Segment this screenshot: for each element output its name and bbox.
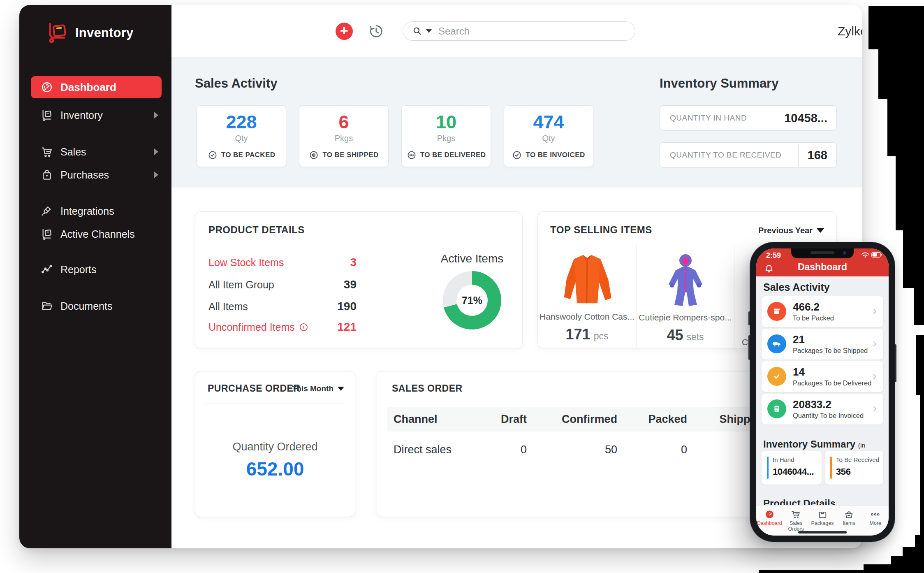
low-stock-items-row[interactable]: Low Stock Items 3 <box>208 254 357 271</box>
artifact-stair <box>868 6 924 49</box>
info-icon[interactable]: ! <box>299 322 308 332</box>
chevron-right-icon: › <box>873 336 877 350</box>
artifact-stair <box>920 395 924 535</box>
panel-title: PURCHASE ORDER <box>208 383 301 394</box>
org-switcher[interactable]: Zylker <box>838 5 862 57</box>
card-label: Quantity To be Invoiced <box>793 412 864 420</box>
phone-to-be-received-card: To Be Received 356 <box>825 451 883 485</box>
sidebar-item-integrations[interactable]: Integrations <box>31 201 162 221</box>
tab-label: More <box>862 520 889 526</box>
mini-value: 356 <box>836 466 851 477</box>
phone-to-be-delivered-card: 14 Packages To be Delivered › <box>762 361 883 392</box>
card-unit: Qty <box>197 134 286 143</box>
phone-tab-more: More <box>862 506 889 536</box>
row-value: 10458... <box>775 107 836 129</box>
sidebar-item-inventory[interactable]: Inventory <box>31 105 162 125</box>
phone-notch <box>791 248 854 258</box>
recent-history-button[interactable] <box>368 23 384 39</box>
sidebar-item-label: Documents <box>60 300 112 312</box>
phone-status-time: 2:59 <box>766 251 781 260</box>
row-value: 168 <box>798 144 836 166</box>
card-unit: Pkgs <box>299 134 388 143</box>
sidebar-item-label: Active Channels <box>60 228 135 240</box>
card-value: 6 <box>299 111 388 133</box>
period-dropdown[interactable]: Previous Year <box>758 226 824 235</box>
trend-chart-icon <box>41 263 53 276</box>
to-be-shipped-card[interactable]: 6 Pkgs TO BE SHIPPED <box>299 105 389 167</box>
metric-value: 652.00 <box>195 458 355 480</box>
tab-label: Packages <box>809 520 836 526</box>
gauge-icon <box>764 509 775 520</box>
to-be-invoiced-card[interactable]: 474 Qty TO BE INVOICED <box>504 105 593 167</box>
unconfirmed-items-row[interactable]: Unconfirmed Items ! 121 <box>208 318 357 336</box>
panel-title: PRODUCT DETAILS <box>208 224 305 236</box>
search-scope-caret-icon[interactable] <box>426 29 432 33</box>
top-item-2[interactable]: Cutiepie Rompers-spo... 45sets <box>637 245 734 348</box>
card-value: 20833.2 <box>793 398 831 411</box>
card-unit: Pkgs <box>402 134 491 143</box>
column-header: Draft <box>482 413 527 426</box>
cart-icon <box>41 146 53 158</box>
sidebar-item-active-channels[interactable]: Active Channels <box>31 224 162 244</box>
row-value: 39 <box>344 278 357 291</box>
card-value: 21 <box>793 333 805 346</box>
card-label: TO BE PACKED <box>221 151 276 159</box>
all-item-group-row[interactable]: All Item Group 39 <box>208 276 357 293</box>
card-unit: Qty <box>504 134 593 143</box>
phone-to-be-packed-card: 466.2 To be Packed › <box>762 296 883 327</box>
card-value: 466.2 <box>793 301 820 313</box>
page-root: { "app": { "title": "Inventory" }, "icon… <box>0 0 924 573</box>
chevron-right-icon: › <box>873 401 877 415</box>
quantity-to-be-received-row[interactable]: QUANTITY TO BE RECEIVED 168 <box>660 142 837 168</box>
card-label: TO BE SHIPPED <box>322 151 378 159</box>
sidebar-item-documents[interactable]: Documents <box>31 296 162 316</box>
dots-circle-icon <box>407 150 417 160</box>
cell-channel: Direct sales <box>387 443 482 456</box>
tab-label: Items <box>836 520 862 526</box>
plus-icon: + <box>340 23 348 37</box>
card-label: Packages To be Delivered <box>793 379 871 387</box>
phone-volume-button <box>748 335 750 360</box>
sidebar-item-sales[interactable]: Sales <box>31 142 162 162</box>
phone-to-be-shipped-card: 21 Packages To be Shipped › <box>762 329 883 360</box>
top-item-1[interactable]: Hanswooly Cotton Cas... 171pcs <box>538 245 636 348</box>
column-header: Channel <box>387 413 482 426</box>
to-be-delivered-card[interactable]: 10 Pkgs TO BE DELIVERED <box>401 105 491 167</box>
phone-mute-switch <box>748 311 750 325</box>
sales-activity-strip: Sales Activity 228 Qty TO BE PACKED 6 Pk… <box>171 57 862 188</box>
romper-image <box>661 251 710 309</box>
phone-screen: 2:59 Dashboard <box>756 248 889 536</box>
active-items-chart: Active Items 71% <box>423 252 521 329</box>
quick-create-button[interactable]: + <box>336 23 353 40</box>
app-logo[interactable]: Inventory <box>46 21 133 44</box>
truck-icon <box>767 334 786 353</box>
phone-home-indicator <box>798 531 847 534</box>
purchase-order-panel: PURCHASE ORDER This Month Quantity Order… <box>195 371 355 517</box>
sidebar-item-reports[interactable]: Reports <box>31 260 162 279</box>
sidebar-item-purchases[interactable]: Purchases <box>31 165 162 185</box>
artifact-stair <box>887 99 924 156</box>
card-label: To be Packed <box>793 314 834 322</box>
period-dropdown[interactable]: This Month <box>292 384 344 393</box>
sales-activity-title: Sales Activity <box>195 76 277 91</box>
expand-caret-icon <box>154 172 158 178</box>
panel-title: TOP SELLING ITEMS <box>550 224 652 236</box>
cell-packed: 0 <box>617 443 687 456</box>
check-circle-icon <box>208 150 218 160</box>
all-items-row[interactable]: All Items 190 <box>208 298 357 315</box>
gauge-icon <box>41 81 53 93</box>
row-value: 190 <box>337 300 357 313</box>
check-circle-icon <box>512 150 522 160</box>
quantity-in-hand-row[interactable]: QUANTITY IN HAND 10458... <box>660 105 837 131</box>
to-be-packed-card[interactable]: 228 Qty TO BE PACKED <box>197 105 286 167</box>
card-label: Packages To be Shipped <box>793 347 868 355</box>
sidebar-item-dashboard[interactable]: Dashboard <box>31 76 162 98</box>
tab-label: Sales Orders <box>783 520 809 532</box>
artifact-stair <box>915 535 924 573</box>
global-search[interactable]: Search <box>403 21 635 41</box>
inventory-logo-icon <box>46 21 69 44</box>
hand-truck-icon <box>41 228 53 240</box>
phone-header: 2:59 Dashboard <box>756 248 889 276</box>
plug-icon <box>41 205 53 217</box>
row-label: All Items <box>208 301 248 313</box>
